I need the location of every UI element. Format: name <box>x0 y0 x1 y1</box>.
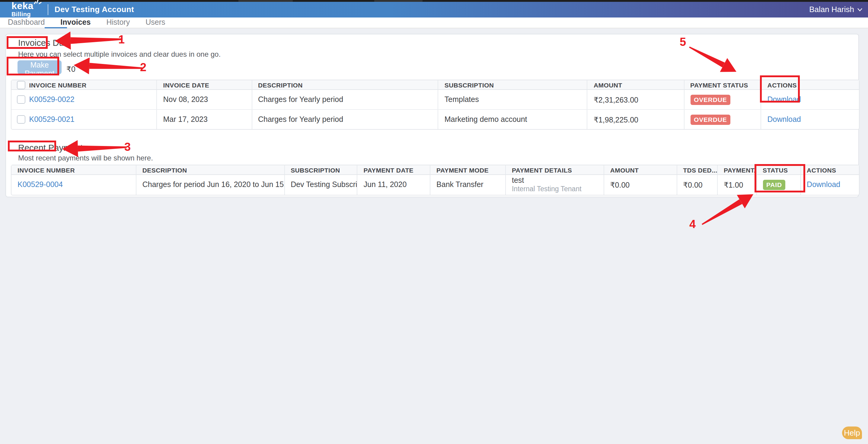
description-cell: Charges for period Jun 16, 2020 to Jun 1… <box>136 175 284 195</box>
make-payment-button[interactable]: Make Payment <box>18 60 62 74</box>
status-badge: PAID <box>763 180 785 190</box>
column-header: DESCRIPTION <box>136 165 284 175</box>
chevron-down-icon <box>857 7 863 11</box>
download-link[interactable]: Download <box>807 181 840 189</box>
subscription-cell: Marketing demo account <box>438 109 587 129</box>
row-checkbox[interactable] <box>17 116 25 124</box>
column-header: INVOICE NUMBER <box>11 165 136 175</box>
invoice-number-link[interactable]: K00529-0022 <box>29 95 74 104</box>
recent-payments-title: Recent Payments <box>18 143 87 153</box>
row-checkbox[interactable] <box>17 96 25 104</box>
column-header: AMOUNT <box>604 165 677 175</box>
billing-card: Invoices Due Here you can select multipl… <box>5 34 859 197</box>
header-divider <box>48 4 49 15</box>
logo-text: keka <box>11 1 33 11</box>
invoice-number-link[interactable]: K00529-0021 <box>29 115 74 124</box>
amount-cell: ₹1,98,225.00 <box>587 109 684 129</box>
recent-payments-subtitle: Most recent payments will be shown here. <box>18 154 153 162</box>
payment-details-secondary: Internal Testing Tenant <box>512 186 597 193</box>
invoices-due-title: Invoices Due <box>18 38 69 47</box>
tab-dashboard[interactable]: Dashboard <box>8 18 45 27</box>
recent-payments-table: INVOICE NUMBER DESCRIPTION SUBSCRIPTION … <box>11 165 860 195</box>
payment-details-cell: test Internal Testing Tenant <box>505 175 604 195</box>
payment-mode-cell: Bank Transfer <box>430 175 505 195</box>
column-header: INVOICE NUMBER <box>27 80 157 90</box>
annotation-label-4: 4 <box>689 218 696 231</box>
column-header: ACTIONS <box>800 165 859 175</box>
description-cell: Charges for Yearly period <box>252 109 438 129</box>
select-all-checkbox[interactable] <box>17 81 25 89</box>
main-nav: Dashboard Invoices History Users <box>0 17 868 28</box>
column-header: PAYMENT MODE <box>430 165 505 175</box>
annotation-arrow-4-tail <box>702 199 742 225</box>
column-header: PAYMENT STATUS <box>684 80 761 90</box>
subscription-cell: Templates <box>438 90 587 109</box>
payment-details-primary: test <box>512 176 597 185</box>
download-link[interactable]: Download <box>768 115 801 124</box>
active-tab-underline <box>45 27 67 28</box>
download-link[interactable]: Download <box>768 95 801 104</box>
payment-date-cell: Jun 11, 2020 <box>357 175 430 195</box>
invoice-date-cell: Nov 08, 2023 <box>157 90 252 109</box>
subscription-cell: Dev Testing Subscription <box>284 175 357 195</box>
invoices-due-subtitle: Here you can select multiple invoices an… <box>18 50 221 59</box>
invoices-due-table: INVOICE NUMBER INVOICE DATE DESCRIPTION … <box>11 80 860 130</box>
table-row: K00529-0022 Nov 08, 2023 Charges for Yea… <box>11 90 859 109</box>
amount-cell: ₹2,31,263.00 <box>587 90 684 109</box>
tab-users[interactable]: Users <box>146 18 165 27</box>
status-badge: OVERDUE <box>690 94 731 105</box>
table-row: K00529-0021 Mar 17, 2023 Charges for Yea… <box>11 109 859 129</box>
app-header: keka Billing Dev Testing Account Balan H… <box>0 1 868 17</box>
column-header: ACTIONS <box>761 80 859 90</box>
table-row: K00529-0004 Charges for period Jun 16, 2… <box>11 175 859 195</box>
total-due-amount: ₹0 <box>66 65 75 73</box>
tab-history[interactable]: History <box>106 18 130 27</box>
column-header: TDS DED... <box>677 165 717 175</box>
column-header: SUBSCRIPTION <box>284 165 357 175</box>
table-header-row: INVOICE NUMBER INVOICE DATE DESCRIPTION … <box>11 80 859 90</box>
column-header: AMOUNT <box>587 80 684 90</box>
logo-subtext: Billing <box>11 11 33 18</box>
column-header: STATUS <box>756 165 800 175</box>
status-badge: OVERDUE <box>690 114 731 125</box>
app-viewport: keka Billing Dev Testing Account Balan H… <box>0 0 868 444</box>
tds-cell: ₹0.00 <box>677 175 717 195</box>
user-name: Balan Harish <box>809 5 854 14</box>
column-header: PAYMENT... <box>717 165 756 175</box>
description-cell: Charges for Yearly period <box>252 90 438 109</box>
column-header: SUBSCRIPTION <box>438 80 587 90</box>
sparkle-icon <box>33 0 42 5</box>
invoice-number-link[interactable]: K00529-0004 <box>18 181 63 189</box>
column-header: PAYMENT DETAILS <box>505 165 604 175</box>
user-menu[interactable]: Balan Harish <box>809 5 863 14</box>
help-button[interactable]: Help <box>842 426 862 439</box>
payment-cell: ₹1.00 <box>717 175 756 195</box>
column-header: INVOICE DATE <box>157 80 252 90</box>
invoice-date-cell: Mar 17, 2023 <box>157 109 252 129</box>
table-header-row: INVOICE NUMBER DESCRIPTION SUBSCRIPTION … <box>11 165 859 175</box>
account-title: Dev Testing Account <box>55 5 134 14</box>
column-header: PAYMENT DATE <box>357 165 430 175</box>
amount-cell: ₹0.00 <box>604 175 677 195</box>
keka-logo[interactable]: keka Billing <box>11 1 33 18</box>
column-header: DESCRIPTION <box>252 80 438 90</box>
tab-invoices[interactable]: Invoices <box>60 18 91 27</box>
